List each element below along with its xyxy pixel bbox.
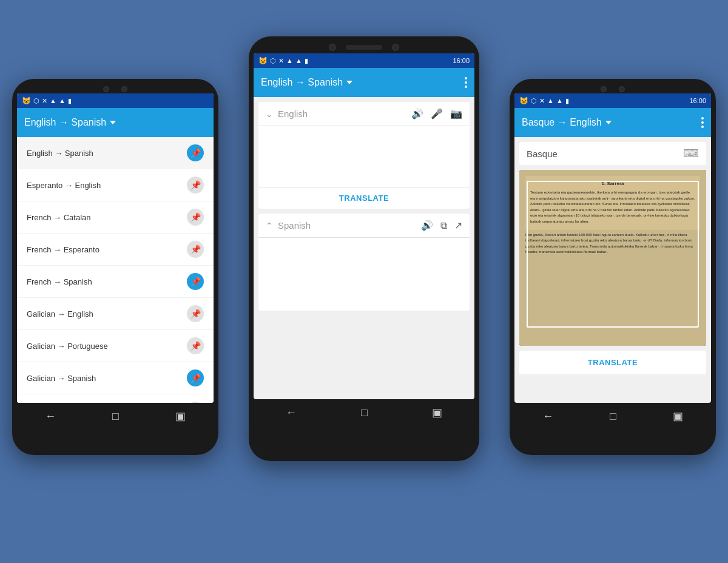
center-app-bar-title[interactable]: English → Spanish — [261, 77, 465, 88]
bluetooth-icon: ⬡ — [33, 97, 39, 105]
pin-inactive-icon[interactable]: 📌 — [187, 177, 204, 194]
target-translation-box: ⌃ Spanish 🔊 ⧉ ↗ — [258, 214, 470, 311]
center-app-bar: English → Spanish — [254, 68, 474, 97]
center-dropdown-arrow[interactable] — [346, 81, 352, 84]
copy-icon[interactable]: ⧉ — [440, 220, 447, 231]
center-mute-icon: ✕ — [278, 57, 284, 65]
pin-inactive-icon[interactable]: 📌 — [187, 305, 204, 322]
right-app-bar-actions — [701, 117, 704, 128]
phone-center: 😺 ⬡ ✕ ▲ ▲ ▮ 16:00 English → Spanish — [249, 36, 479, 461]
center-speaker — [346, 45, 382, 50]
lang-label: Esperanto → English — [27, 181, 101, 190]
pin-active-icon[interactable]: 📌 — [187, 273, 204, 290]
target-lang-label: Spanish — [278, 220, 416, 231]
expand-icon[interactable]: ⌃ — [266, 221, 273, 231]
more-options-icon[interactable] — [465, 77, 467, 88]
left-app-bar: English → Spanish — [17, 108, 214, 137]
phone-right: 😺 ⬡ ✕ ▲ ▲ ▮ 16:00 Basque → English — [510, 79, 716, 455]
center-title-text: English → Spanish — [261, 77, 343, 88]
source-icons: 🔊 🎤 📷 — [411, 108, 462, 120]
right-nav-bar: ← □ ▣ — [514, 403, 711, 430]
list-item[interactable]: Esperanto → English 📌 — [17, 169, 214, 201]
right-screen: 😺 ⬡ ✕ ▲ ▲ ▮ 16:00 Basque → English — [514, 93, 711, 403]
translate-button[interactable]: TRANSLATE — [258, 187, 470, 209]
right-input-area[interactable]: Basque ⌨ — [519, 142, 706, 165]
list-item[interactable]: French → Catalan 📌 — [17, 201, 214, 234]
recents-button[interactable]: ▣ — [175, 410, 186, 423]
lang-label: Galician → Spanish — [27, 374, 96, 383]
center-battery-icon: ▮ — [305, 57, 308, 65]
lang-label: Galician → Portuguese — [27, 342, 108, 351]
right-title-text: Basque → English — [522, 117, 602, 128]
center-home-button[interactable]: □ — [361, 406, 368, 419]
right-app-bar-title[interactable]: Basque → English — [522, 117, 701, 128]
right-status-bar: 😺 ⬡ ✕ ▲ ▲ ▮ 16:00 — [514, 93, 711, 108]
home-button[interactable]: □ — [112, 410, 119, 423]
phone-left: 😺 ⬡ ✕ ▲ ▲ ▮ English → Spanish English → … — [12, 79, 218, 455]
right-dropdown-arrow[interactable] — [605, 121, 612, 124]
list-item[interactable]: Galician → English 📌 — [17, 298, 214, 330]
pin-inactive-icon[interactable]: 📌 — [187, 241, 204, 258]
right-translate-button[interactable]: TRANSLATE — [519, 351, 706, 374]
center-back-button[interactable]: ← — [286, 406, 297, 419]
center-recents-button[interactable]: ▣ — [432, 406, 442, 419]
left-screen: 😺 ⬡ ✕ ▲ ▲ ▮ English → Spanish English → … — [17, 93, 214, 403]
center-signal-icon: ▲ — [295, 57, 302, 64]
center-time: 16:00 — [453, 57, 470, 64]
list-item[interactable]: Hindi → Urdu 📌 — [17, 394, 214, 403]
center-nav-bar: ← □ ▣ — [254, 399, 474, 426]
center-cyanogen-icon: 😺 — [258, 56, 268, 65]
right-home-button[interactable]: □ — [610, 410, 616, 423]
right-cyanogen-icon: 😺 — [519, 96, 528, 105]
mic-icon[interactable]: 🎤 — [431, 108, 443, 120]
right-camera2 — [619, 86, 625, 92]
center-bluetooth-icon: ⬡ — [270, 57, 276, 65]
right-more-options-icon[interactable] — [701, 117, 704, 128]
share-icon[interactable]: ↗ — [454, 220, 462, 231]
mute-icon: ✕ — [42, 97, 47, 105]
right-camera1 — [601, 86, 607, 92]
pin-active-icon[interactable]: 📌 — [187, 144, 204, 161]
left-nav-bar: ← □ ▣ — [17, 403, 214, 430]
signal-icon: ▲ — [59, 97, 66, 104]
lang-label: French → Esperanto — [27, 245, 99, 254]
list-item[interactable]: French → Spanish 📌 — [17, 266, 214, 298]
target-icons: 🔊 ⧉ ↗ — [421, 220, 462, 231]
right-battery-icon: ▮ — [565, 97, 569, 105]
language-list: English → Spanish 📌 Esperanto → English … — [17, 137, 214, 403]
pin-inactive-icon[interactable]: 📌 — [187, 337, 204, 354]
keyboard-icon[interactable]: ⌨ — [683, 147, 699, 160]
list-item[interactable]: Galician → Portuguese 📌 — [17, 330, 214, 362]
left-title-text: English → Spanish — [24, 117, 106, 128]
lang-label: French → Spanish — [27, 277, 92, 286]
target-header: ⌃ Spanish 🔊 ⧉ ↗ — [258, 214, 470, 238]
right-wifi-icon: ▲ — [547, 97, 554, 104]
camera-icon[interactable]: 📷 — [450, 108, 462, 120]
camera-capture-area: 1. Sarrera Testuan ezkertaria eta gaztea… — [519, 170, 706, 346]
list-item[interactable]: English → Spanish 📌 — [17, 137, 214, 169]
pin-inactive-icon[interactable]: 📌 — [187, 209, 204, 226]
back-button[interactable]: ← — [45, 410, 56, 423]
target-volume-icon[interactable]: 🔊 — [421, 220, 433, 231]
left-dropdown-arrow[interactable] — [110, 121, 116, 124]
list-item[interactable]: Galician → Spanish 📌 — [17, 362, 214, 394]
volume-icon[interactable]: 🔊 — [411, 108, 423, 120]
pin-active-icon[interactable]: 📌 — [187, 369, 204, 386]
right-recents-button[interactable]: ▣ — [673, 410, 683, 423]
right-app-bar: Basque → English — [514, 108, 711, 137]
right-bluetooth-icon: ⬡ — [531, 97, 537, 105]
lang-label: French → Catalan — [27, 213, 91, 222]
source-lang-label: English — [278, 109, 406, 119]
left-status-bar: 😺 ⬡ ✕ ▲ ▲ ▮ — [17, 93, 214, 108]
center-camera — [329, 44, 336, 51]
right-time: 16:00 — [689, 97, 706, 104]
right-input-placeholder: Basque — [527, 149, 558, 159]
left-app-bar-title[interactable]: English → Spanish — [24, 117, 206, 128]
left-speaker-dot — [121, 86, 127, 92]
battery-icon-left: ▮ — [68, 97, 72, 105]
source-text-area[interactable] — [258, 126, 470, 187]
list-item[interactable]: French → Esperanto 📌 — [17, 234, 214, 266]
right-back-button[interactable]: ← — [542, 410, 553, 423]
source-translation-box: ⌄ English 🔊 🎤 📷 TRANSLATE — [258, 102, 470, 209]
collapse-icon[interactable]: ⌄ — [266, 109, 273, 119]
